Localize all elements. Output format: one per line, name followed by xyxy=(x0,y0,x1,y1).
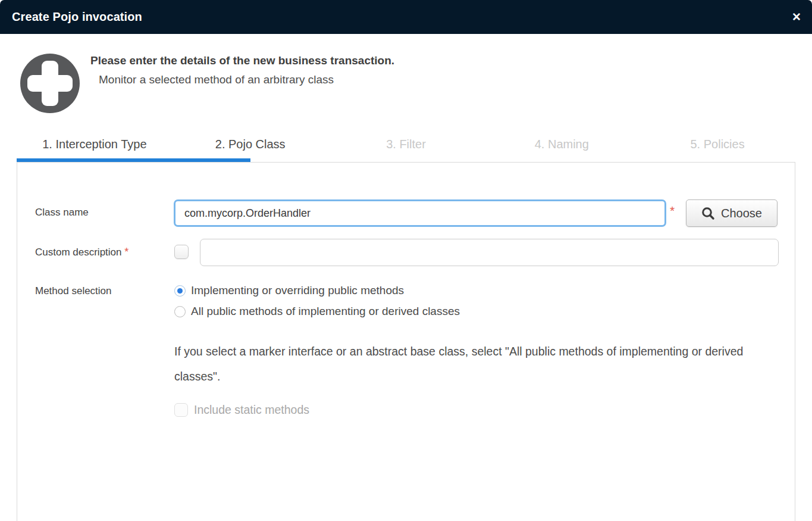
plus-circle-icon xyxy=(20,54,80,113)
search-icon xyxy=(701,207,715,220)
include-static-methods-row: Include static methods xyxy=(174,403,309,417)
choose-button-label: Choose xyxy=(721,207,762,220)
radio-icon-unselected[interactable] xyxy=(174,306,186,317)
choose-class-button[interactable]: Choose xyxy=(686,199,777,227)
radio-icon-selected[interactable] xyxy=(174,285,186,297)
tab-pojo-class[interactable]: 2. Pojo Class xyxy=(173,138,328,157)
radio-option-implementing-overriding[interactable]: Implementing or overriding public method… xyxy=(174,284,404,297)
custom-description-input[interactable] xyxy=(200,239,779,266)
include-static-methods-label: Include static methods xyxy=(194,403,309,417)
tab-filter[interactable]: 3. Filter xyxy=(328,138,484,157)
wizard-tabs: 1. Interception Type 2. Pojo Class 3. Fi… xyxy=(17,138,795,157)
class-name-label: Class name xyxy=(35,207,89,219)
radio-option-label: All public methods of implementing or de… xyxy=(191,305,460,318)
radio-option-all-public-methods[interactable]: All public methods of implementing or de… xyxy=(174,305,460,318)
intro-heading: Please enter the details of the new busi… xyxy=(90,54,394,67)
intro-subheading: Monitor a selected method of an arbitrar… xyxy=(99,73,334,86)
tab-policies[interactable]: 5. Policies xyxy=(639,138,795,157)
custom-description-label: Custom description * xyxy=(35,246,128,258)
class-name-required-marker: * xyxy=(670,204,675,218)
custom-description-checkbox[interactable] xyxy=(174,245,189,259)
dialog-header: Create Pojo invocation ✕ xyxy=(0,0,812,34)
close-icon[interactable]: ✕ xyxy=(789,0,804,34)
method-selection-help-text: If you select a marker interface or an a… xyxy=(174,339,779,389)
class-name-input[interactable] xyxy=(174,199,666,227)
include-static-methods-checkbox[interactable] xyxy=(174,403,188,417)
dialog-title: Create Pojo invocation xyxy=(12,0,142,34)
tab-interception-type[interactable]: 1. Interception Type xyxy=(17,138,173,157)
custom-description-required-marker: * xyxy=(124,246,128,258)
tab-naming[interactable]: 4. Naming xyxy=(484,138,639,157)
radio-option-label: Implementing or overriding public method… xyxy=(191,284,404,297)
pojo-class-step-panel: Class name * Choose Custom description *… xyxy=(17,162,795,521)
method-selection-label: Method selection xyxy=(35,285,112,297)
